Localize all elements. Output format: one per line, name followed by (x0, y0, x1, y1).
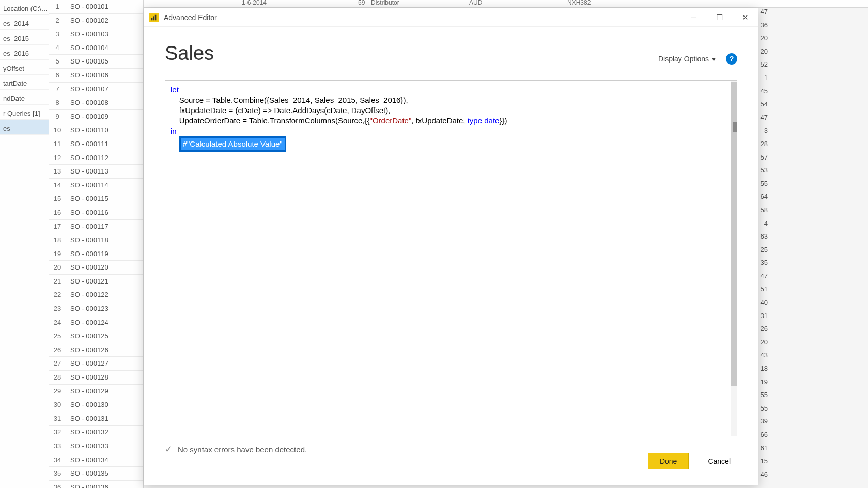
sidebar-item[interactable]: es_2014 (0, 15, 49, 30)
code-content[interactable]: let Source = Table.Combine({Sales_2014, … (165, 81, 737, 156)
row-number[interactable]: 33 (49, 439, 66, 453)
row-number[interactable]: 10 (49, 123, 66, 137)
sidebar-item[interactable]: es (0, 120, 49, 135)
sidebar-item[interactable]: es_2015 (0, 30, 49, 45)
row-number[interactable]: 3 (49, 27, 66, 41)
row-number[interactable]: 31 (49, 412, 66, 426)
row-number[interactable]: 27 (49, 357, 66, 371)
sidebar-item[interactable]: yOffset (0, 60, 49, 75)
code-seg-3c: }}) (499, 116, 507, 125)
so-cell[interactable]: SO - 000136 (66, 481, 143, 488)
row-number[interactable]: 2 (49, 14, 66, 28)
so-cell[interactable]: SO - 000129 (66, 385, 143, 399)
so-cell[interactable]: SO - 000124 (66, 316, 143, 330)
bg-code: NXH382 (567, 0, 591, 6)
editor-scrollbar[interactable] (731, 81, 737, 436)
row-number[interactable]: 15 (49, 192, 66, 206)
row-number[interactable]: 7 (49, 83, 66, 97)
row-number[interactable]: 5 (49, 55, 66, 69)
so-cell[interactable]: SO - 000109 (66, 110, 143, 124)
row-number[interactable]: 16 (49, 206, 66, 220)
row-number[interactable]: 25 (49, 329, 66, 343)
query-name-heading: Sales (165, 42, 214, 65)
maximize-button[interactable]: ☐ (706, 8, 732, 27)
sidebar-item[interactable]: ndDate (0, 90, 49, 105)
row-number[interactable]: 9 (49, 110, 66, 124)
so-cell[interactable]: SO - 000101 (66, 0, 143, 14)
so-cell[interactable]: SO - 000112 (66, 151, 143, 165)
row-number[interactable]: 4 (49, 41, 66, 55)
row-number[interactable]: 11 (49, 137, 66, 151)
so-cell[interactable]: SO - 000133 (66, 439, 143, 453)
row-number[interactable]: 17 (49, 220, 66, 234)
so-cell[interactable]: SO - 000103 (66, 27, 143, 41)
help-icon[interactable]: ? (726, 53, 737, 65)
chevron-down-icon: ▾ (712, 55, 716, 63)
sidebar-item[interactable]: tartDate (0, 75, 49, 90)
cancel-button[interactable]: Cancel (696, 453, 742, 469)
so-cell[interactable]: SO - 000135 (66, 467, 143, 481)
row-number[interactable]: 36 (49, 481, 66, 488)
so-cell[interactable]: SO - 000121 (66, 275, 143, 289)
so-cell[interactable]: SO - 000122 (66, 288, 143, 302)
so-cell[interactable]: SO - 000120 (66, 261, 143, 275)
row-number[interactable]: 14 (49, 179, 66, 193)
row-number[interactable]: 35 (49, 467, 66, 481)
row-number[interactable]: 29 (49, 385, 66, 399)
so-cell[interactable]: SO - 000123 (66, 302, 143, 316)
row-number[interactable]: 19 (49, 247, 66, 261)
row-number[interactable]: 8 (49, 96, 66, 110)
so-cell[interactable]: SO - 000117 (66, 220, 143, 234)
bg-date: 1-6-2014 (242, 0, 267, 6)
selected-step[interactable]: #"Calculated Absolute Value" (179, 136, 286, 152)
so-cell[interactable]: SO - 000114 (66, 179, 143, 193)
so-cell[interactable]: SO - 000126 (66, 343, 143, 357)
row-number[interactable]: 32 (49, 426, 66, 439)
row-number[interactable]: 13 (49, 165, 66, 179)
so-cell[interactable]: SO - 000125 (66, 329, 143, 343)
so-cell[interactable]: SO - 000131 (66, 412, 143, 426)
bg-channel: Distributor (371, 0, 399, 6)
row-number[interactable]: 21 (49, 275, 66, 289)
row-number[interactable]: 23 (49, 302, 66, 316)
sidebar-item[interactable]: Location (C:\… (0, 0, 49, 15)
row-number[interactable]: 1 (49, 0, 66, 14)
kw-in: in (171, 127, 177, 135)
so-cell[interactable]: SO - 000108 (66, 96, 143, 110)
sidebar-item[interactable]: es_2016 (0, 45, 49, 60)
so-cell[interactable]: SO - 000116 (66, 206, 143, 220)
minimize-button[interactable]: ─ (680, 8, 706, 27)
code-editor[interactable]: let Source = Table.Combine({Sales_2014, … (165, 80, 737, 436)
so-cell[interactable]: SO - 000104 (66, 41, 143, 55)
so-cell[interactable]: SO - 000118 (66, 233, 143, 247)
close-button[interactable]: ✕ (732, 8, 758, 27)
sidebar-item[interactable]: r Queries [1] (0, 105, 49, 120)
row-number[interactable]: 28 (49, 371, 66, 385)
row-number[interactable]: 22 (49, 288, 66, 302)
so-cell[interactable]: SO - 000130 (66, 398, 143, 412)
display-options-dropdown[interactable]: Display Options ▾ (658, 55, 716, 63)
so-cell[interactable]: SO - 000107 (66, 83, 143, 97)
row-number[interactable]: 12 (49, 151, 66, 165)
so-cell[interactable]: SO - 000115 (66, 192, 143, 206)
so-cell[interactable]: SO - 000105 (66, 55, 143, 69)
so-cell[interactable]: SO - 000132 (66, 426, 143, 439)
row-number[interactable]: 18 (49, 233, 66, 247)
so-cell[interactable]: SO - 000128 (66, 371, 143, 385)
done-button[interactable]: Done (648, 453, 689, 469)
so-cell[interactable]: SO - 000119 (66, 247, 143, 261)
row-number[interactable]: 6 (49, 69, 66, 83)
row-number[interactable]: 24 (49, 316, 66, 330)
row-number[interactable]: 26 (49, 343, 66, 357)
so-cell[interactable]: SO - 000110 (66, 123, 143, 137)
row-number[interactable]: 30 (49, 398, 66, 412)
svg-rect-0 (151, 18, 153, 20)
so-cell[interactable]: SO - 000102 (66, 14, 143, 28)
row-number[interactable]: 20 (49, 261, 66, 275)
so-cell[interactable]: SO - 000113 (66, 165, 143, 179)
so-cell[interactable]: SO - 000134 (66, 453, 143, 467)
so-cell[interactable]: SO - 000127 (66, 357, 143, 371)
so-cell[interactable]: SO - 000106 (66, 69, 143, 83)
so-cell[interactable]: SO - 000111 (66, 137, 143, 151)
row-number[interactable]: 34 (49, 453, 66, 467)
